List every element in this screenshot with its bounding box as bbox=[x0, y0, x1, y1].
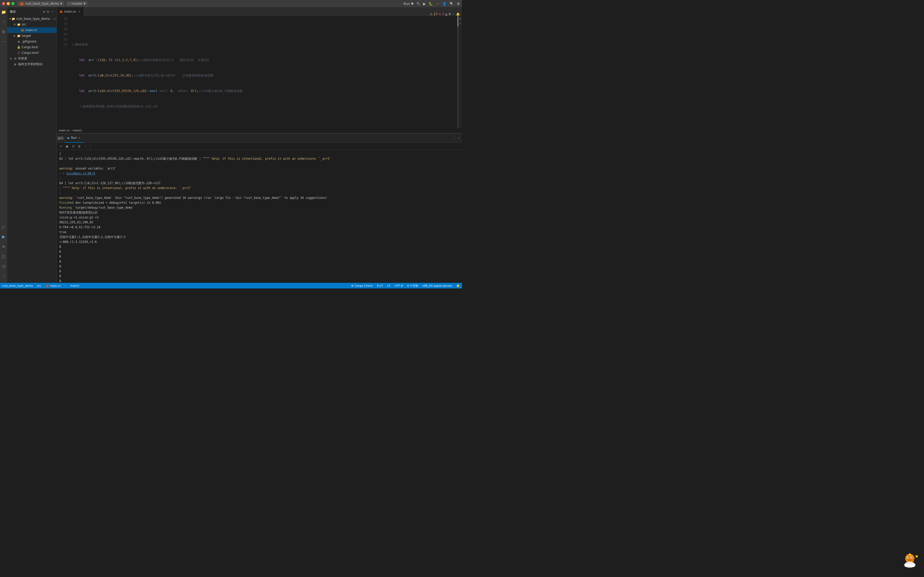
panel-tabs: 运行 ▶ Run ✕ ⋯ − bbox=[57, 134, 462, 143]
toml-file-icon: ⬡ bbox=[17, 51, 21, 55]
status-chevron-1: › bbox=[63, 283, 68, 288]
status-time[interactable]: 9:27 bbox=[375, 283, 385, 288]
rs-warning-icon: ⚠ bbox=[459, 17, 462, 20]
panel-more-icon[interactable]: ⋯ bbox=[452, 136, 455, 140]
panel-tab-run[interactable]: ▶ Run ✕ bbox=[65, 134, 84, 143]
tabs-bell[interactable]: 🔔 bbox=[456, 12, 460, 16]
editor-code[interactable]: //数组使用 let arr :[i32; 5] =[1,3,5,7,9];//… bbox=[69, 16, 455, 128]
status-platform[interactable]: x86_64-apple-darwin bbox=[420, 283, 454, 288]
panel-collapse-icon[interactable]: − bbox=[457, 136, 460, 140]
more-icon[interactable]: ⋯ bbox=[436, 2, 439, 6]
code-line-59: //数组使用 bbox=[72, 42, 453, 47]
status-function[interactable]: main() bbox=[68, 283, 81, 288]
terminal-output-12: 8 bbox=[59, 264, 459, 269]
status-left: rust_base_type_demo src 🦀 main.rs › main… bbox=[0, 283, 81, 288]
tree-item-main-rs[interactable]: 🦀 main.rs bbox=[7, 27, 57, 33]
collapse-all-icon[interactable]: ⊟ bbox=[47, 10, 50, 13]
status-project[interactable]: rust_base_type_demo bbox=[0, 283, 35, 288]
explorer-icon[interactable]: 📁 bbox=[1, 9, 6, 15]
tabs-more[interactable]: ⋯ bbox=[452, 12, 455, 16]
git-icon[interactable]: ⑂ bbox=[1, 19, 6, 25]
traffic-lights bbox=[2, 2, 15, 5]
tree-item-cargo-lock[interactable]: 🔒 Cargo.lock bbox=[7, 44, 57, 50]
more-btn[interactable]: ⋯ bbox=[83, 144, 88, 149]
status-encoding-label: LF bbox=[387, 284, 390, 287]
tree-item-temp[interactable]: ◉ 临时文件和控制台 bbox=[7, 61, 57, 67]
debug-activity-icon[interactable]: ▶ bbox=[1, 234, 6, 240]
terminal-content[interactable]: | 62 | let arr2:[u32;4]=[555,65536,129,u… bbox=[57, 150, 462, 283]
play-icon[interactable]: ▶ bbox=[423, 2, 426, 6]
status-cargo-check[interactable]: ⚙ Cargo Check bbox=[349, 283, 375, 288]
run-button[interactable]: Run ▼ bbox=[404, 2, 414, 6]
status-file[interactable]: 🦀 main.rs bbox=[43, 283, 63, 288]
search-icon[interactable]: 🔍 bbox=[450, 2, 454, 6]
tab-close-main-rs[interactable]: ✕ bbox=[77, 10, 81, 14]
clock-icon[interactable]: ◷ bbox=[1, 263, 6, 269]
tree-item-cargo-toml[interactable]: ⬡ Cargo.toml bbox=[7, 50, 57, 56]
bookmark-icon[interactable]: ◫ bbox=[1, 253, 6, 259]
debug-icon[interactable]: 🐛 bbox=[429, 2, 433, 6]
branch-chevron: ▼ bbox=[84, 2, 85, 5]
status-charset-label: UTF-8 bbox=[395, 284, 403, 287]
tree-item-gitignore[interactable]: ◉ .gitignore bbox=[7, 39, 57, 44]
status-right: ⚙ Cargo Check 9:27 LF UTF-8 4 个空格 x86_64… bbox=[349, 283, 462, 288]
editor-area: 🦀 main.rs ✕ ⚠ 17 ✕ 3 ▲ ▼ ⋯ 🔔 58 59 bbox=[57, 7, 462, 283]
right-sidebar: ⚠ ℹ bbox=[459, 16, 462, 128]
status-charset[interactable]: UTF-8 bbox=[393, 283, 405, 288]
minimize-button[interactable] bbox=[7, 2, 10, 5]
terminal-output-5: true bbox=[59, 230, 459, 235]
status-src[interactable]: src bbox=[35, 283, 43, 288]
new-file-icon[interactable]: ⊕ bbox=[43, 10, 45, 13]
status-notification[interactable]: 🔔 bbox=[454, 283, 462, 288]
tree-label-temp: 临时文件和控制台 bbox=[18, 62, 43, 66]
breadcrumb-function: main() bbox=[73, 129, 82, 132]
code-line-61: let arr1:[u8;3]=[255,18,90];//u8最大值为255,… bbox=[72, 73, 453, 78]
activity-bar-bottom: ▷ ▶ ≡ ◫ ◷ ⑂ bbox=[1, 224, 6, 281]
trash-btn[interactable]: 🗑 bbox=[77, 144, 82, 149]
terminal-warning-generated: warning: `rust_base_type_demo` (bin "rus… bbox=[59, 195, 459, 200]
error-count-display: ✕ 3 bbox=[439, 12, 444, 16]
tree-item-target[interactable]: ▶ 📁 target bbox=[7, 33, 57, 39]
editor-minimap bbox=[455, 16, 459, 128]
person-icon[interactable]: 👤 bbox=[443, 2, 446, 6]
close-button[interactable] bbox=[2, 2, 5, 5]
rs-info-icon: ℹ bbox=[460, 22, 461, 25]
toolbar-icon[interactable]: ⛏ bbox=[417, 2, 420, 6]
project-selector[interactable]: 🦀 rust_base_type_demo ▼ bbox=[18, 1, 64, 6]
panel-tab-close[interactable]: ✕ bbox=[78, 137, 80, 139]
tree-item-root[interactable]: ▼ 📁 rust_base_type_demo ~/Desktop/rust_b… bbox=[7, 16, 57, 22]
more-options-icon[interactable]: ⋯ bbox=[1, 39, 6, 44]
run-tab-icon: ▶ bbox=[68, 136, 69, 140]
terminal-output-9: 8 bbox=[59, 249, 459, 254]
target-folder-icon: 📁 bbox=[17, 34, 21, 38]
toolbar-divider bbox=[90, 144, 90, 148]
tabs-chevron-down[interactable]: ▼ bbox=[449, 12, 451, 16]
status-src-label: src bbox=[37, 284, 41, 287]
branch-icon: ⑂ bbox=[68, 2, 70, 5]
status-indent[interactable]: 4 个空格 bbox=[405, 283, 420, 288]
tabs-chevron-up[interactable]: ▲ bbox=[445, 12, 447, 16]
terminal-link-arr3[interactable]: --> src/main.rs:64:9 bbox=[59, 171, 459, 176]
maximize-button[interactable] bbox=[11, 2, 15, 5]
list-icon[interactable]: ≡ bbox=[1, 244, 6, 249]
stop-btn[interactable]: ◼ bbox=[65, 144, 69, 149]
collapse-btn[interactable]: ⊟ bbox=[71, 144, 76, 149]
status-encoding[interactable]: LF bbox=[385, 283, 393, 288]
rust-icon: 🦀 bbox=[19, 2, 24, 6]
settings-icon[interactable]: ⚙ bbox=[457, 2, 460, 6]
status-file-label: main.rs bbox=[50, 284, 61, 287]
extensions-icon[interactable]: ⊞ bbox=[1, 29, 6, 34]
terminal-blank-1 bbox=[59, 161, 459, 166]
tab-main-rs[interactable]: 🦀 main.rs ✕ bbox=[57, 7, 84, 16]
tree-item-src[interactable]: ▼ 📁 src bbox=[7, 22, 57, 27]
branch-selector[interactable]: ⑂ master ▼ bbox=[66, 1, 87, 6]
restart-btn[interactable]: ↺ bbox=[58, 144, 63, 149]
branch-activity-icon[interactable]: ⑂ bbox=[1, 273, 6, 279]
terminal-line: | bbox=[59, 152, 459, 156]
run-activity-icon[interactable]: ▷ bbox=[1, 224, 6, 230]
more-actions-icon[interactable]: ⋯ bbox=[51, 10, 54, 13]
scrollbar-thumb[interactable] bbox=[457, 16, 459, 27]
terminal-line-62: 62 | let arr2:[u32;4]=[555,65536,129,u32… bbox=[59, 156, 459, 161]
tree-item-external[interactable]: ▶ 🏛 外部库 bbox=[7, 56, 57, 61]
status-platform-label: x86_64-apple-darwin bbox=[422, 284, 452, 287]
